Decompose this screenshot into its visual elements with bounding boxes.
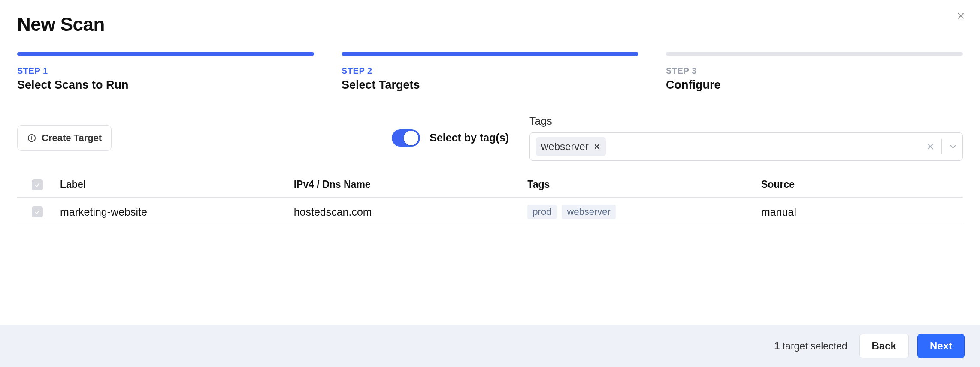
next-button[interactable]: Next (917, 334, 965, 358)
tag-chip-webserver: webserver (536, 137, 606, 156)
check-icon (34, 208, 41, 215)
close-button[interactable] (954, 9, 967, 22)
header-checkbox[interactable] (32, 179, 43, 190)
col-host: IPv4 / Dns Name (294, 179, 528, 190)
back-button[interactable]: Back (859, 334, 909, 358)
plus-circle-icon (27, 133, 36, 143)
step-num: STEP 3 (666, 66, 963, 76)
cell-host: hostedscan.com (294, 206, 528, 218)
page-title: New Scan (17, 14, 105, 35)
tag-chip-label: webserver (541, 141, 589, 153)
step-3[interactable]: STEP 3 Configure (666, 52, 963, 92)
step-num: STEP 1 (17, 66, 314, 76)
col-tags: Tags (527, 179, 761, 190)
step-bar (342, 52, 638, 56)
selection-status: 1 target selected (774, 340, 847, 352)
col-label: Label (60, 179, 294, 190)
chevron-down-icon (948, 141, 958, 152)
table-row[interactable]: marketing-website hostedscan.com prod we… (17, 198, 963, 226)
targets-table: Label IPv4 / Dns Name Tags Source market… (17, 172, 963, 226)
step-bar (666, 52, 963, 56)
close-icon (593, 143, 601, 150)
row-tag: webserver (562, 205, 615, 219)
cell-label: marketing-website (60, 206, 294, 218)
toggle-label: Select by tag(s) (430, 132, 509, 144)
col-source: Source (761, 179, 959, 190)
step-label: Configure (666, 78, 963, 92)
tags-clear-button[interactable] (925, 141, 935, 152)
check-icon (34, 181, 41, 188)
step-bar (17, 52, 314, 56)
table-header: Label IPv4 / Dns Name Tags Source (17, 172, 963, 198)
stepper: STEP 1 Select Scans to Run STEP 2 Select… (17, 52, 963, 92)
tag-chip-remove[interactable] (593, 143, 601, 150)
step-num: STEP 2 (342, 66, 638, 76)
step-2[interactable]: STEP 2 Select Targets (342, 52, 638, 92)
tags-select[interactable]: webserver (529, 132, 963, 161)
create-target-button[interactable]: Create Target (17, 125, 112, 151)
cell-source: manual (761, 206, 959, 218)
step-label: Select Targets (342, 78, 638, 92)
toggle-knob (404, 131, 418, 145)
tags-dropdown-button[interactable] (948, 141, 958, 152)
close-icon (925, 141, 935, 152)
create-target-label: Create Target (42, 132, 102, 144)
step-1[interactable]: STEP 1 Select Scans to Run (17, 52, 314, 92)
row-checkbox[interactable] (32, 206, 43, 217)
close-icon (956, 11, 965, 21)
footer: 1 target selected Back Next (0, 325, 980, 367)
tags-field-label: Tags (529, 115, 963, 127)
step-label: Select Scans to Run (17, 78, 314, 92)
row-tag: prod (527, 205, 557, 219)
select-by-tags-toggle[interactable] (392, 129, 420, 147)
cell-tags: prod webserver (527, 205, 761, 219)
